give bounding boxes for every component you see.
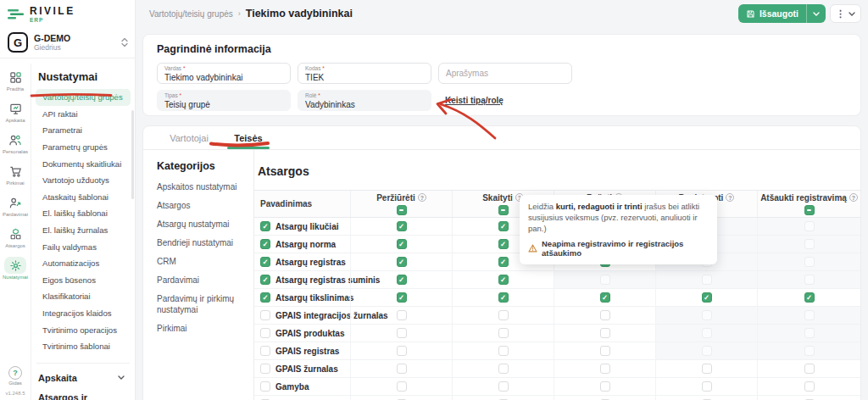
sidebar-item[interactable]: Tvirtinimo šablonai [36, 338, 131, 355]
row-checkbox[interactable] [260, 328, 270, 338]
permission-cell [554, 325, 655, 342]
row-checkbox[interactable] [260, 381, 270, 392]
permission-checkbox[interactable] [397, 310, 407, 320]
category-item[interactable]: Apskaitos nustatymai [157, 182, 242, 193]
kodas-field[interactable]: Kodas *TIEK [298, 63, 431, 84]
permission-checkbox[interactable] [397, 328, 407, 338]
tab-vartotojai[interactable]: Vartotojai [157, 126, 221, 149]
sidebar-item[interactable]: Vartotojo užduotys [36, 172, 131, 189]
permission-checkbox[interactable] [397, 346, 407, 356]
permission-checkbox [702, 310, 712, 320]
help-icon[interactable]: ? [726, 193, 734, 202]
tab-teisės[interactable]: Teisės [216, 126, 281, 149]
rail-item-pardavimai[interactable]: Pardavimai [2, 194, 29, 217]
sidebar-item[interactable]: Dokumentų skaitliukai [36, 155, 131, 172]
row-checkbox[interactable]: ✓ [260, 221, 270, 231]
permission-checkbox[interactable]: ✓ [804, 292, 815, 303]
select-all-checkbox[interactable] [804, 205, 815, 215]
permission-checkbox[interactable]: ✓ [397, 275, 407, 285]
rail-item-nustatymai[interactable]: Nustatymai [2, 257, 29, 280]
permission-checkbox[interactable]: ✓ [397, 257, 407, 267]
change-type-role-link[interactable]: Keisti tipą/rolę [445, 96, 504, 105]
sidebar-item[interactable]: Parametrų grupės [36, 139, 131, 156]
help-icon[interactable]: ? [418, 193, 426, 202]
sidebar-group[interactable]: Atsargos ir logistika [31, 392, 135, 400]
sidebar-item[interactable]: Klasifikatoriai [36, 288, 131, 305]
scrollbar[interactable] [131, 110, 134, 199]
permission-checkbox[interactable]: ✓ [397, 239, 407, 249]
breadcrumb-parent[interactable]: Vartotojų/teisių grupės [149, 9, 233, 19]
permission-checkbox[interactable]: ✓ [397, 292, 407, 303]
sidebar-item[interactable]: Ataskaitų šablonai [36, 189, 131, 206]
select-all-checkbox[interactable] [498, 205, 509, 215]
permission-checkbox[interactable] [600, 346, 610, 356]
rail-item-pirkimai[interactable]: Pirkimai [2, 163, 29, 186]
permission-checkbox[interactable] [498, 346, 509, 356]
rail-item-apskaita[interactable]: Apskaita [2, 100, 29, 123]
category-item[interactable]: Pirkimai [157, 324, 242, 335]
permission-checkbox[interactable]: ✓ [702, 292, 712, 303]
permission-checkbox[interactable] [804, 381, 815, 392]
category-item[interactable]: CRM [157, 257, 242, 268]
row-checkbox[interactable]: ✓ [260, 275, 270, 285]
row-checkbox[interactable] [260, 346, 270, 356]
permission-checkbox[interactable]: ✓ [498, 257, 509, 267]
sidebar-item[interactable]: API raktai [36, 106, 131, 123]
more-actions-button[interactable]: ⋮ [830, 4, 861, 23]
category-item[interactable]: Atsargos [157, 201, 242, 212]
permission-checkbox[interactable] [498, 381, 509, 392]
vardas-field[interactable]: Vardas *Tiekimo vadybininkai [157, 63, 291, 84]
row-checkbox[interactable] [260, 310, 270, 320]
select-all-checkbox[interactable] [397, 205, 407, 215]
permission-checkbox[interactable]: ✓ [600, 292, 610, 303]
sidebar-item[interactable]: Tvirtinimo operacijos [36, 321, 131, 338]
save-button[interactable]: Išsaugoti [738, 4, 826, 23]
save-dropdown-chevron-icon[interactable] [807, 12, 826, 16]
permission-checkbox[interactable] [600, 381, 610, 392]
user-switcher[interactable]: G G-DEMO Giedrius [0, 29, 135, 58]
row-checkbox[interactable]: ✓ [260, 239, 270, 249]
sidebar-item[interactable]: Automatizacijos [36, 255, 131, 272]
sidebar-item[interactable]: El. laiškų šablonai [36, 205, 131, 222]
sidebar-item[interactable]: El. laiškų žurnalas [36, 222, 131, 239]
row-checkbox[interactable] [260, 364, 270, 374]
rail-item-personalas[interactable]: Personalas [2, 131, 29, 154]
permission-checkbox[interactable] [600, 310, 610, 320]
chevron-updown-icon[interactable] [121, 37, 128, 47]
permission-checkbox[interactable]: ✓ [397, 221, 407, 231]
permission-checkbox[interactable]: ✓ [498, 275, 509, 285]
permission-checkbox[interactable]: ✓ [498, 292, 509, 303]
help-icon[interactable]: ? [8, 366, 22, 380]
permission-checkbox[interactable]: ✓ [498, 221, 509, 231]
help-icon[interactable]: ? [849, 193, 858, 202]
rail-item-pradžia[interactable]: Pradžia [2, 69, 29, 92]
warning-icon [528, 244, 537, 253]
permission-checkbox[interactable] [498, 364, 509, 374]
permission-checkbox[interactable] [397, 364, 407, 374]
category-item[interactable]: Pardavimų ir pirkimų nustatymai [157, 294, 242, 315]
permission-checkbox[interactable] [498, 328, 509, 338]
row-checkbox[interactable]: ✓ [260, 292, 270, 303]
permission-checkbox[interactable] [397, 381, 407, 392]
category-item[interactable]: Bendrieji nustatymai [157, 238, 242, 249]
category-item[interactable]: Atsargų nustatymai [157, 219, 242, 231]
permission-checkbox[interactable] [498, 310, 509, 320]
permission-checkbox[interactable] [600, 328, 610, 338]
permission-checkbox[interactable]: ✓ [498, 239, 509, 249]
sidebar-item[interactable]: Failų valdymas [36, 238, 131, 255]
row-checkbox[interactable]: ✓ [260, 257, 270, 267]
rail-item-atsargos[interactable]: Atsargos [2, 225, 29, 248]
permission-checkbox[interactable] [702, 381, 712, 392]
sidebar-item[interactable]: Integracijos klaidos [36, 305, 131, 322]
sidebar-group[interactable]: Apskaita [31, 367, 135, 389]
permission-checkbox[interactable] [702, 364, 712, 374]
sidebar-item[interactable]: Vartotojų/teisių grupės [36, 89, 131, 106]
permission-checkbox[interactable] [804, 364, 815, 374]
permission-cell [655, 271, 757, 288]
category-item[interactable]: Pardavimai [157, 275, 242, 286]
monitor-icon [4, 100, 26, 117]
description-field[interactable]: Aprašymas [438, 63, 572, 84]
sidebar-item[interactable]: Eigos būsenos [36, 272, 131, 289]
permission-checkbox[interactable] [600, 364, 610, 374]
sidebar-item[interactable]: Parametrai [36, 122, 131, 139]
